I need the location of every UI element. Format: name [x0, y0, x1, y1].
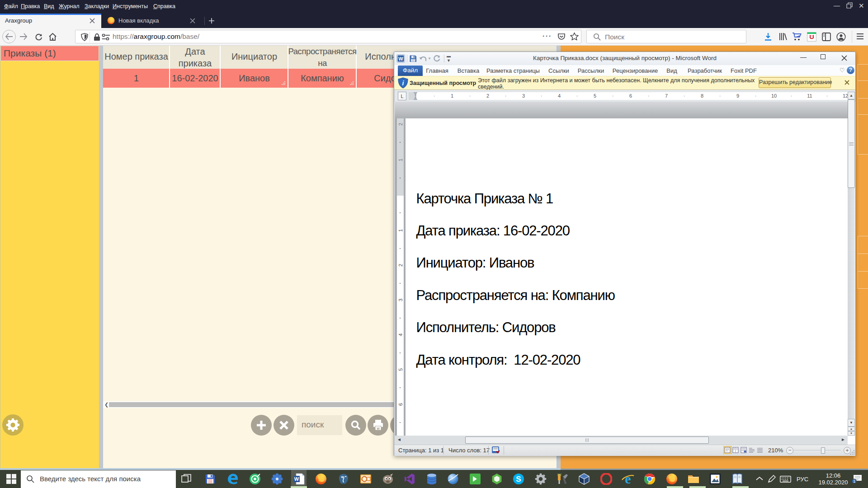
svg-text:S: S: [516, 475, 521, 483]
svg-text:e: e: [625, 473, 631, 485]
svg-text:1: 1: [853, 479, 855, 483]
svg-text:W: W: [377, 427, 380, 430]
svg-text:W: W: [398, 56, 403, 61]
svg-text:W: W: [294, 476, 299, 482]
